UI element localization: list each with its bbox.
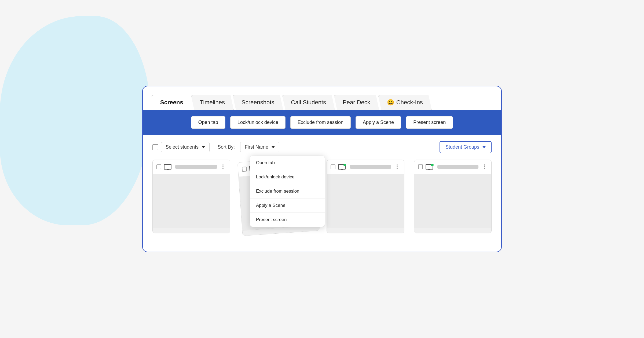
card-header-3: [327, 160, 404, 174]
tab-check-ins[interactable]: 😄Check-Ins: [378, 95, 432, 110]
tab-screens[interactable]: Screens: [151, 95, 192, 110]
card-header-1: [153, 160, 230, 174]
select-all-container: Select students: [152, 142, 210, 152]
cards-grid: Open tab Lock/unlock device Exclude from…: [143, 160, 501, 243]
card-header-4: [414, 160, 492, 174]
present-screen-button[interactable]: Present screen: [406, 116, 453, 129]
dot-3: [397, 168, 398, 169]
tab-call-students-label: Call Students: [291, 99, 326, 106]
background-blob: [0, 16, 150, 225]
action-bar: Open tab Lock/unlock device Exclude from…: [143, 110, 501, 135]
card-menu-button-4[interactable]: [481, 164, 488, 170]
tab-screenshots-label: Screenshots: [241, 99, 274, 106]
sort-by-label: Sort By:: [218, 144, 235, 150]
card-screen-4: [414, 174, 492, 228]
lock-unlock-button[interactable]: Lock/unlock device: [230, 116, 286, 129]
card-footer-4: [414, 228, 492, 233]
check-ins-emoji: 😄: [387, 99, 394, 106]
online-indicator-4: [431, 164, 434, 166]
context-exclude-session[interactable]: Exclude from session: [250, 184, 325, 199]
tab-timelines-label: Timelines: [200, 99, 225, 106]
select-all-checkbox[interactable]: [152, 144, 158, 150]
online-indicator-3: [343, 164, 346, 166]
dot-2: [484, 166, 485, 167]
tab-screenshots[interactable]: Screenshots: [233, 95, 283, 110]
card-menu-button-1[interactable]: [220, 164, 226, 170]
sort-chevron-icon: [272, 146, 275, 148]
student-groups-chevron-icon: [482, 146, 486, 148]
tab-screens-label: Screens: [160, 99, 183, 106]
tab-check-ins-label: Check-Ins: [396, 99, 423, 106]
card-checkbox-3[interactable]: [331, 164, 335, 169]
apply-scene-button[interactable]: Apply a Scene: [356, 116, 401, 129]
tab-call-students[interactable]: Call Students: [282, 95, 335, 110]
tabs-area: Screens Timelines Screenshots Call Stude…: [143, 86, 501, 110]
screen-icon-1: [164, 164, 171, 170]
context-lock-unlock[interactable]: Lock/unlock device: [250, 170, 325, 184]
tab-timelines[interactable]: Timelines: [191, 95, 234, 110]
dot-2: [397, 166, 398, 167]
tab-pear-deck[interactable]: Pear Deck: [334, 95, 379, 110]
card-name-3: [350, 165, 391, 169]
context-menu-popup: Open tab Lock/unlock device Exclude from…: [250, 156, 325, 227]
card-name-1: [175, 165, 217, 169]
card-menu-button-3[interactable]: [394, 164, 400, 170]
context-apply-scene[interactable]: Apply a Scene: [250, 199, 325, 213]
dot-1: [397, 164, 398, 166]
context-present-screen[interactable]: Present screen: [250, 213, 325, 227]
dot-2: [222, 166, 224, 167]
student-groups-label: Student Groups: [445, 144, 479, 150]
dot-3: [484, 168, 485, 169]
dot-1: [222, 164, 224, 166]
context-open-tab[interactable]: Open tab: [250, 156, 325, 170]
popup-card-container: Open tab Lock/unlock device Exclude from…: [240, 160, 317, 233]
card-name-4: [437, 165, 479, 169]
tab-pear-deck-label: Pear Deck: [343, 99, 370, 106]
card-screen-1: [153, 174, 230, 228]
card-footer-3: [327, 228, 404, 233]
student-card-1[interactable]: [152, 160, 230, 233]
select-students-chevron-icon: [202, 146, 205, 148]
student-groups-button[interactable]: Student Groups: [440, 141, 492, 153]
card-checkbox-1[interactable]: [156, 164, 161, 169]
main-card: Screens Timelines Screenshots Call Stude…: [142, 86, 502, 252]
open-tab-button[interactable]: Open tab: [191, 116, 225, 129]
sort-option-label: First Name: [245, 144, 268, 150]
student-card-4[interactable]: [414, 160, 492, 233]
dot-3: [222, 168, 224, 169]
sort-dropdown[interactable]: First Name: [240, 142, 279, 152]
exclude-session-button[interactable]: Exclude from session: [290, 116, 351, 129]
select-students-dropdown[interactable]: Select students: [161, 142, 210, 152]
student-card-3[interactable]: [327, 160, 404, 233]
select-students-label: Select students: [166, 144, 199, 150]
card-footer-1: [153, 228, 230, 233]
card-checkbox-4[interactable]: [418, 164, 423, 169]
card-screen-3: [327, 174, 404, 228]
card-checkbox-2[interactable]: [241, 167, 247, 172]
dot-1: [484, 164, 485, 166]
